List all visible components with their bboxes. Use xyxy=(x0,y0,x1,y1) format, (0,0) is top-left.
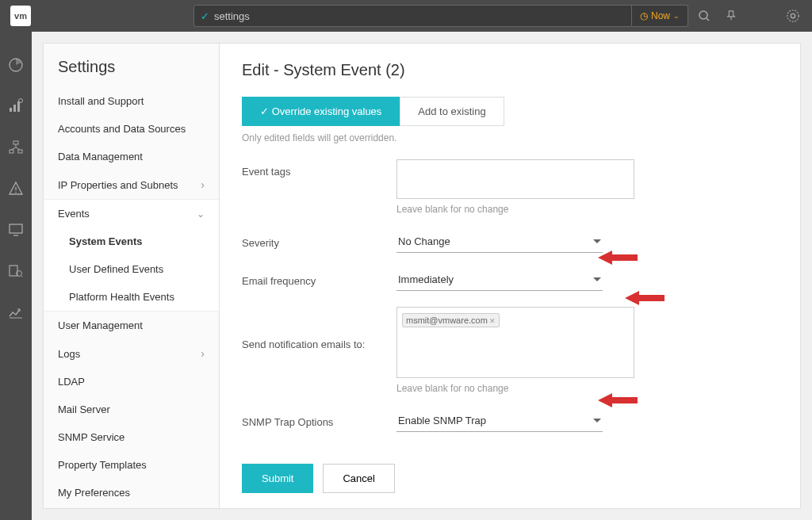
snmp-select[interactable]: Enable SNMP Trap xyxy=(396,410,603,432)
sidebar-item-accounts[interactable]: Accounts and Data Sources xyxy=(44,115,219,143)
sidebar-item-data-mgmt[interactable]: Data Management xyxy=(44,143,219,170)
sidebar-item-install[interactable]: Install and Support xyxy=(44,87,219,115)
gear-icon[interactable] xyxy=(782,5,804,27)
svg-point-0 xyxy=(699,11,707,19)
clock-icon: ◷ xyxy=(640,10,648,21)
explore-icon[interactable] xyxy=(6,262,25,281)
svg-rect-14 xyxy=(10,224,22,233)
svg-point-2 xyxy=(791,13,795,17)
svg-point-13 xyxy=(15,192,17,193)
settings-sidebar: Settings Install and Support Accounts an… xyxy=(44,44,220,508)
sidebar-item-system-events[interactable]: System Events xyxy=(44,228,219,255)
cancel-button[interactable]: Cancel xyxy=(323,464,394,493)
email-recipients-input[interactable]: msmit@vmware.com xyxy=(396,307,634,378)
override-hint: Only edited fields will get overridden. xyxy=(242,132,778,143)
search-icon[interactable] xyxy=(693,5,715,27)
search-text: settings xyxy=(214,10,250,22)
sidebar-item-templates[interactable]: Property Templates xyxy=(44,451,219,479)
svg-point-8 xyxy=(19,99,23,103)
pin-icon[interactable] xyxy=(720,5,742,27)
sidebar-item-platform-events[interactable]: Platform Health Events xyxy=(44,283,219,311)
topology-icon[interactable] xyxy=(6,138,25,157)
sidebar-item-sysconfig[interactable]: System Configuration xyxy=(44,507,219,508)
svg-line-1 xyxy=(707,18,709,21)
sidebar-item-user-events[interactable]: User Defined Events xyxy=(44,255,219,283)
svg-rect-6 xyxy=(13,105,16,112)
sidebar-item-mail[interactable]: Mail Server xyxy=(44,396,219,423)
sidebar-item-ip-props[interactable]: IP Properties and Subnets xyxy=(44,170,219,199)
chevron-down-icon: ⌄ xyxy=(673,12,680,20)
monitor-icon[interactable] xyxy=(6,220,25,239)
svg-rect-9 xyxy=(13,141,18,144)
mode-tabs: Override existing values Add to existing xyxy=(242,97,778,126)
svg-rect-5 xyxy=(10,108,12,112)
search-area: ✓ settings ◷ Now ⌄ xyxy=(193,5,742,27)
tab-override[interactable]: Override existing values xyxy=(242,97,400,126)
content-panel: Edit - System Event (2) Override existin… xyxy=(220,44,800,508)
send-to-hint: Leave blank for no change xyxy=(396,383,634,394)
time-selector[interactable]: ◷ Now ⌄ xyxy=(632,5,688,27)
dashboard-icon[interactable] xyxy=(6,55,25,75)
alert-icon[interactable] xyxy=(6,179,25,198)
label-snmp: SNMP Trap Options xyxy=(242,410,396,428)
now-label: Now xyxy=(651,10,670,21)
tab-add[interactable]: Add to existing xyxy=(400,97,504,126)
svg-point-3 xyxy=(787,10,799,21)
svg-line-18 xyxy=(21,276,23,277)
sidebar-item-prefs[interactable]: My Preferences xyxy=(44,479,219,507)
sidebar-item-snmp[interactable]: SNMP Service xyxy=(44,423,219,451)
svg-rect-10 xyxy=(10,150,13,153)
content-card: Settings Install and Support Accounts an… xyxy=(43,43,801,509)
email-tag[interactable]: msmit@vmware.com xyxy=(402,313,500,327)
severity-select[interactable]: No Change xyxy=(396,231,603,253)
submit-button[interactable]: Submit xyxy=(242,464,313,493)
sidebar-item-events[interactable]: Events xyxy=(44,200,219,228)
event-tags-hint: Leave blank for no change xyxy=(396,204,634,215)
label-email-freq: Email frequency xyxy=(242,269,396,287)
sidebar-item-user-mgmt[interactable]: User Management xyxy=(44,312,219,339)
svg-rect-11 xyxy=(18,150,22,153)
sidebar-item-ldap[interactable]: LDAP xyxy=(44,368,219,396)
label-event-tags: Event tags xyxy=(242,159,396,178)
top-bar: vm ✓ settings ◷ Now ⌄ xyxy=(0,0,812,32)
main-area: Settings Install and Support Accounts an… xyxy=(32,32,812,520)
app-logo: vm xyxy=(10,6,31,26)
sidebar-title: Settings xyxy=(44,44,219,87)
label-send-to: Send notification emails to: xyxy=(242,307,396,350)
svg-rect-7 xyxy=(17,101,20,112)
label-severity: Severity xyxy=(242,231,396,249)
left-rail xyxy=(0,32,32,520)
search-input[interactable]: ✓ settings xyxy=(193,5,632,27)
email-freq-select[interactable]: Immediately xyxy=(396,269,603,291)
event-tags-input[interactable] xyxy=(396,159,634,199)
plan-icon[interactable] xyxy=(6,303,25,322)
chart-icon[interactable] xyxy=(6,97,25,116)
check-icon: ✓ xyxy=(201,10,209,22)
sidebar-item-logs[interactable]: Logs xyxy=(44,339,219,368)
page-title: Edit - System Event (2) xyxy=(242,61,778,79)
